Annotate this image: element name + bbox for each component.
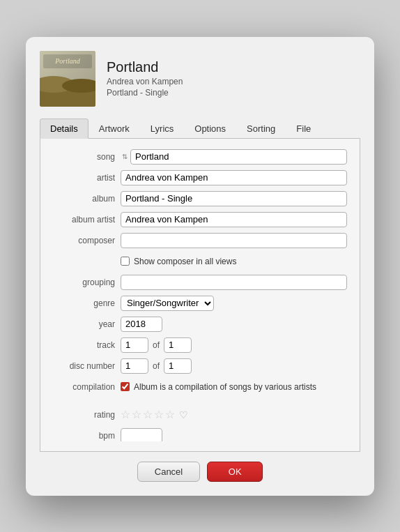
song-label: song <box>47 152 121 162</box>
song-row: song ⇅ <box>47 149 347 165</box>
grouping-row: grouping <box>47 274 347 291</box>
tab-bar: Details Artwork Lyrics Options Sorting F… <box>40 118 360 139</box>
star-2[interactable]: ☆ <box>132 408 141 421</box>
compilation-text: Album is a compilation of songs by vario… <box>134 382 316 392</box>
star-5[interactable]: ☆ <box>165 408 175 421</box>
genre-label: genre <box>47 298 121 308</box>
year-row: year <box>47 316 347 333</box>
composer-input[interactable] <box>121 233 347 248</box>
star-4[interactable]: ☆ <box>154 408 164 421</box>
album-artist-label: album artist <box>47 215 121 225</box>
year-input[interactable] <box>121 317 162 332</box>
heart-icon[interactable]: ♡ <box>179 409 188 420</box>
star-1[interactable]: ☆ <box>121 408 130 421</box>
tab-content: song ⇅ artist album album artist com <box>40 139 360 452</box>
album-art: Portland <box>40 51 95 107</box>
svg-text:Portland: Portland <box>54 57 81 65</box>
album-row: album <box>47 190 347 207</box>
sort-icon: ⇅ <box>122 153 128 160</box>
ok-button[interactable]: OK <box>207 462 263 482</box>
header: Portland Portland Andrea von Kampen Port… <box>40 51 360 107</box>
album-artist-row: album artist <box>47 211 347 228</box>
track-row: track of <box>47 337 347 354</box>
show-composer-checkbox[interactable] <box>121 257 130 266</box>
tab-lyrics[interactable]: Lyrics <box>140 119 184 139</box>
disc-total-input[interactable] <box>164 358 192 374</box>
header-info: Portland Andrea von Kampen Portland - Si… <box>107 59 183 98</box>
genre-row: genre Singer/Songwriter Pop Rock Folk Co… <box>47 295 347 312</box>
album-input[interactable] <box>121 191 347 206</box>
track-title: Portland <box>107 59 183 75</box>
track-artist: Andrea von Kampen <box>107 77 183 86</box>
song-input[interactable] <box>130 149 347 165</box>
bpm-label: bpm <box>47 431 121 441</box>
show-composer-row: Show composer in all views <box>47 253 347 270</box>
rating-stars[interactable]: ☆ ☆ ☆ ☆ ☆ ♡ <box>121 408 188 421</box>
tab-options[interactable]: Options <box>184 119 236 139</box>
tab-details[interactable]: Details <box>40 119 89 139</box>
cancel-button[interactable]: Cancel <box>137 462 200 482</box>
disc-input[interactable] <box>121 358 148 374</box>
track-label: track <box>47 340 121 350</box>
compilation-row: compilation Album is a compilation of so… <box>47 379 347 395</box>
compilation-label: compilation <box>47 382 121 392</box>
disc-row: disc number of <box>47 358 347 374</box>
artist-row: artist <box>47 169 347 186</box>
dialog: Portland Portland Andrea von Kampen Port… <box>26 37 374 496</box>
year-label: year <box>47 319 121 329</box>
artist-label: artist <box>47 173 121 183</box>
album-label: album <box>47 194 121 204</box>
artist-input[interactable] <box>121 170 347 185</box>
rating-label: rating <box>47 410 121 420</box>
genre-select[interactable]: Singer/Songwriter Pop Rock Folk Country … <box>121 296 214 311</box>
track-total-input[interactable] <box>164 337 192 353</box>
grouping-input[interactable] <box>121 275 347 290</box>
track-of-label: of <box>148 340 164 350</box>
tab-artwork[interactable]: Artwork <box>89 119 140 139</box>
scroll-area[interactable]: song ⇅ artist album album artist com <box>47 149 353 441</box>
bpm-input[interactable] <box>121 428 162 441</box>
show-composer-text: Show composer in all views <box>134 257 236 266</box>
button-bar: Cancel OK <box>40 462 360 482</box>
composer-row: composer <box>47 232 347 249</box>
tab-file[interactable]: File <box>286 119 321 139</box>
composer-label: composer <box>47 236 121 245</box>
rating-row: rating ☆ ☆ ☆ ☆ ☆ ♡ <box>47 406 347 423</box>
disc-label: disc number <box>47 361 121 371</box>
bpm-row: bpm <box>47 427 347 441</box>
compilation-checkbox[interactable] <box>121 382 130 391</box>
disc-of-label: of <box>148 361 164 371</box>
tab-sorting[interactable]: Sorting <box>236 119 286 139</box>
grouping-label: grouping <box>47 278 121 287</box>
compilation-check-label[interactable]: Album is a compilation of songs by vario… <box>121 382 316 392</box>
show-composer-label[interactable]: Show composer in all views <box>121 257 236 266</box>
album-artist-input[interactable] <box>121 212 347 227</box>
track-album: Portland - Single <box>107 88 183 98</box>
track-input[interactable] <box>121 337 148 353</box>
star-3[interactable]: ☆ <box>143 408 153 421</box>
